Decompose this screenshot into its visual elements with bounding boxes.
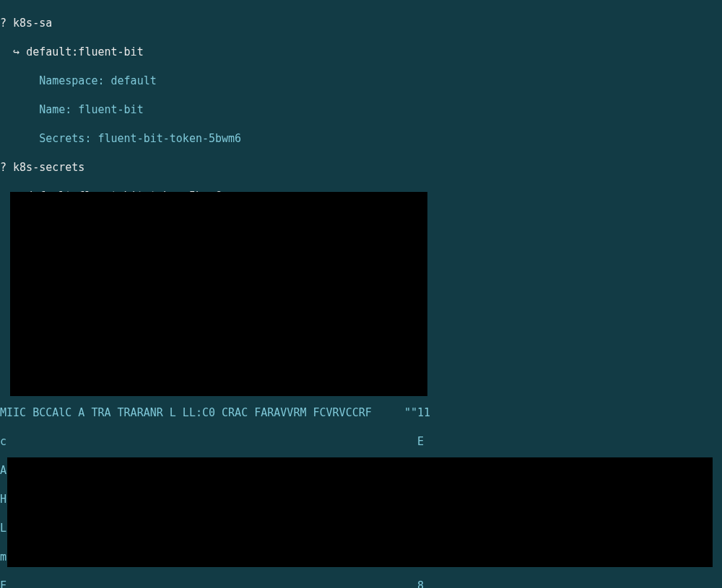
sa-secrets: Secrets: fluent-bit-token-5bwm6 [0,131,722,146]
sa-header: ? k8s-sa [0,16,722,30]
sa-ref-line: ↪ default:fluent-bit [0,45,722,59]
sa-label: k8s-sa [13,17,52,30]
redaction-block [10,192,427,396]
prompt-mark: ? [0,17,6,30]
cert-line: MIIC BCCAlC A TRA TRARANR L LL:C0 CRAC F… [0,405,722,420]
sa-name: Name: fluent-bit [0,102,722,117]
cert-line: c E [0,434,722,449]
prompt-mark: ? [0,161,6,174]
secrets-label: k8s-secrets [13,161,84,174]
secrets-header: ? k8s-secrets [0,160,722,175]
arrow-icon: ↪ [13,45,19,58]
cert-line: F 8 [0,579,722,588]
redaction-block [7,457,713,567]
sa-ref: default:fluent-bit [26,45,144,58]
sa-namespace: Namespace: default [0,74,722,88]
